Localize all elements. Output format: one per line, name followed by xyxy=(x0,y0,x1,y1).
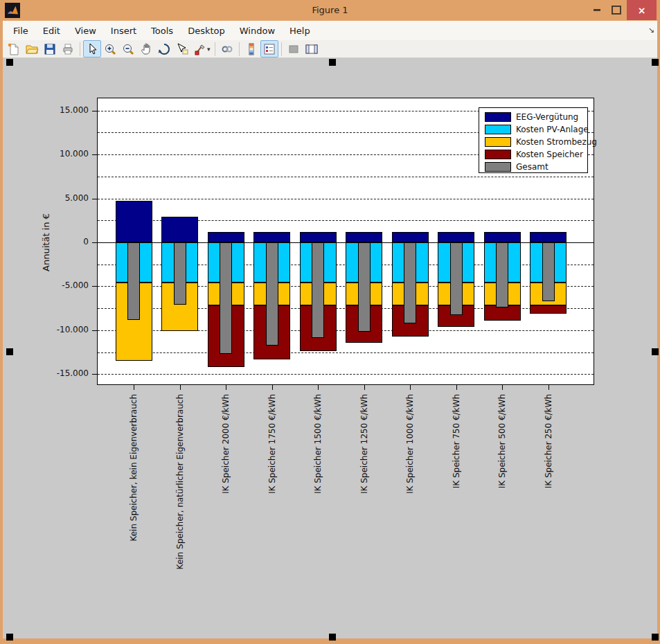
bar-segment-eeg-verg-tung[interactable] xyxy=(530,232,567,242)
hide-plot-tools-icon xyxy=(287,42,301,56)
bar-segment-eeg-verg-tung[interactable] xyxy=(392,232,429,242)
insert-legend-button[interactable] xyxy=(260,40,278,57)
bar-overlay-gesamt[interactable] xyxy=(266,242,278,346)
x-tick xyxy=(226,385,226,390)
selection-handle[interactable] xyxy=(329,634,336,641)
bar-segment-kosten-speicher[interactable] xyxy=(484,305,521,321)
menu-item-desktop[interactable]: Desktop xyxy=(186,24,227,37)
rotate-3d-icon xyxy=(157,42,171,56)
x-tick xyxy=(272,385,273,390)
y-tick xyxy=(92,242,97,243)
legend-icon xyxy=(262,42,276,56)
bar-overlay-gesamt[interactable] xyxy=(450,242,463,315)
insert-colorbar-button[interactable] xyxy=(242,40,260,57)
zoom-in-button[interactable] xyxy=(101,40,119,57)
legend-label: Kosten Speicher xyxy=(516,150,583,159)
zoom-out-button[interactable] xyxy=(119,40,137,57)
brush-dropdown[interactable]: ▾ xyxy=(207,46,211,53)
bar-segment-eeg-verg-tung[interactable] xyxy=(253,232,290,242)
maximize-icon xyxy=(612,6,621,15)
menu-item-tools[interactable]: Tools xyxy=(149,24,175,37)
rotate-3d-button[interactable] xyxy=(155,40,173,57)
save-floppy-icon xyxy=(43,42,57,56)
bar-segment-eeg-verg-tung[interactable] xyxy=(116,201,152,242)
x-tick xyxy=(364,385,365,390)
bar-overlay-gesamt[interactable] xyxy=(496,242,508,307)
selection-handle[interactable] xyxy=(6,634,13,641)
new-figure-button[interactable] xyxy=(5,40,23,57)
y-tick-label: 10.000 xyxy=(40,149,89,159)
selection-handle[interactable] xyxy=(652,59,659,66)
selection-handle[interactable] xyxy=(652,348,659,355)
bar-segment-eeg-verg-tung[interactable] xyxy=(438,232,474,242)
legend-label: EEG-Vergütung xyxy=(516,112,578,122)
menu-item-window[interactable]: Window xyxy=(238,24,277,37)
menu-overflow-icon[interactable]: ↘ xyxy=(648,26,654,35)
link-plot-button[interactable] xyxy=(218,40,236,57)
pointer-button[interactable] xyxy=(83,40,101,57)
open-file-button[interactable] xyxy=(23,40,41,57)
minimize-button[interactable] xyxy=(587,0,607,20)
open-folder-icon xyxy=(25,42,39,56)
y-tick-label: -10.000 xyxy=(40,325,89,334)
legend-label: Kosten Strombezug xyxy=(516,137,597,147)
show-plot-tools-icon xyxy=(305,42,319,56)
x-tick xyxy=(410,385,411,390)
bar-segment-eeg-verg-tung[interactable] xyxy=(161,217,198,242)
x-tick xyxy=(180,385,181,390)
selection-handle[interactable] xyxy=(6,59,13,66)
figure-canvas: 15.00010.0005.0000-5.000-10.000-15.000An… xyxy=(3,58,657,638)
y-tick-label: -5.000 xyxy=(40,280,89,290)
pan-button[interactable] xyxy=(137,40,155,57)
toolbar-separator xyxy=(215,42,215,56)
y-tick-label: 15.000 xyxy=(40,105,89,115)
toolbar-separator xyxy=(239,42,240,56)
x-tick xyxy=(456,385,457,390)
gridline xyxy=(98,199,594,199)
legend-row: Kosten PV-Anlage xyxy=(485,123,587,136)
bar-overlay-gesamt[interactable] xyxy=(542,242,555,301)
menu-item-help[interactable]: Help xyxy=(287,24,312,37)
menu-item-insert[interactable]: Insert xyxy=(109,24,139,37)
toolbar-separator xyxy=(281,42,282,56)
maximize-button[interactable] xyxy=(607,0,626,20)
printer-icon xyxy=(61,42,75,56)
close-button[interactable]: × xyxy=(627,0,657,20)
titlebar[interactable]: Figure 1 × xyxy=(0,0,660,21)
show-plot-tools-button[interactable] xyxy=(303,40,321,57)
legend-label: Kosten PV-Anlage xyxy=(516,125,589,134)
bar-overlay-gesamt[interactable] xyxy=(312,242,324,338)
x-tick xyxy=(502,385,503,390)
data-cursor-button[interactable] xyxy=(173,40,191,57)
bar-segment-eeg-verg-tung[interactable] xyxy=(300,232,337,242)
y-tick-label: 5.000 xyxy=(40,193,89,203)
menu-item-view[interactable]: View xyxy=(73,24,98,37)
toolbar: ▾ xyxy=(3,40,657,58)
menu-item-edit[interactable]: Edit xyxy=(41,24,62,37)
menu-item-file[interactable]: File xyxy=(11,24,30,37)
bar-segment-eeg-verg-tung[interactable] xyxy=(208,232,244,242)
selection-handle[interactable] xyxy=(329,59,336,66)
bar-segment-eeg-verg-tung[interactable] xyxy=(484,232,521,242)
pointer-arrow-icon xyxy=(85,42,99,56)
x-tick xyxy=(318,385,319,390)
hide-plot-tools-button[interactable] xyxy=(285,40,303,57)
zoom-out-icon xyxy=(121,42,135,56)
bar-segment-kosten-speicher[interactable] xyxy=(530,305,567,314)
print-figure-button[interactable] xyxy=(59,40,77,57)
bar-overlay-gesamt[interactable] xyxy=(404,242,416,323)
legend-swatch-icon xyxy=(485,150,511,159)
selection-handle[interactable] xyxy=(6,348,13,355)
y-tick xyxy=(92,286,97,287)
bar-overlay-gesamt[interactable] xyxy=(220,242,232,354)
bar-overlay-gesamt[interactable] xyxy=(127,242,140,320)
legend-swatch-icon xyxy=(485,125,511,134)
bar-overlay-gesamt[interactable] xyxy=(358,242,371,332)
brush-icon xyxy=(193,42,207,56)
save-figure-button[interactable] xyxy=(41,40,59,57)
bar-overlay-gesamt[interactable] xyxy=(174,242,186,305)
selection-handle[interactable] xyxy=(652,634,659,641)
bar-segment-eeg-verg-tung[interactable] xyxy=(346,232,382,242)
link-plot-icon xyxy=(220,42,234,56)
legend[interactable]: EEG-VergütungKosten PV-AnlageKosten Stro… xyxy=(479,107,588,173)
